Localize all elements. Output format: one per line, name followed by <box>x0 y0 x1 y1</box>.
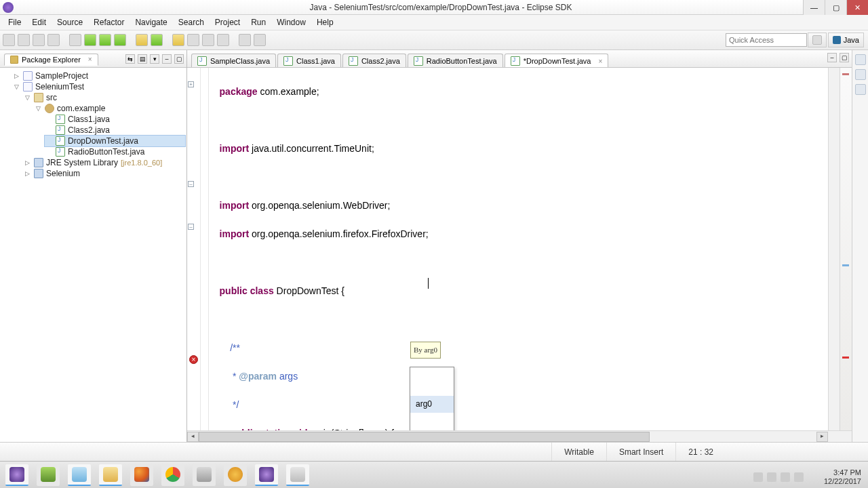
java-file-icon <box>56 115 65 124</box>
code-tok: import <box>220 228 250 239</box>
taskbar-chrome[interactable] <box>161 464 184 486</box>
taskbar-eclipse-2[interactable] <box>255 464 278 486</box>
system-tray[interactable] <box>753 472 804 482</box>
menu-window[interactable]: Window <box>271 18 311 27</box>
editor-tab-class2[interactable]: Class2.java <box>342 54 406 68</box>
taskbar-recorder[interactable] <box>286 464 309 486</box>
folding-gutter[interactable]: + – – <box>201 68 209 430</box>
taskbar-notepad[interactable] <box>68 464 91 486</box>
overview-error-marker[interactable] <box>842 73 849 75</box>
taskbar-eclipse[interactable] <box>5 464 28 486</box>
quick-access-input[interactable] <box>726 33 807 47</box>
java-perspective-button[interactable]: Java <box>828 33 864 47</box>
menu-navigate[interactable]: Navigate <box>130 18 172 27</box>
taskbar-file-explorer[interactable] <box>99 464 122 486</box>
taskbar-firefox[interactable] <box>130 464 153 486</box>
tree-item-sampleproject[interactable]: ▷SampleProject <box>12 70 185 81</box>
view-close-icon[interactable]: × <box>88 56 92 63</box>
new-button[interactable] <box>3 34 15 46</box>
toggle-block-button[interactable] <box>217 34 229 46</box>
tree-item-radiobuttontest[interactable]: RadioButtonTest.java <box>45 146 185 157</box>
menu-project[interactable]: Project <box>210 18 245 27</box>
fold-toggle-icon[interactable]: – <box>188 224 194 230</box>
scroll-thumb[interactable] <box>199 432 650 442</box>
content-assist-popup[interactable]: arg0 null <box>410 367 454 430</box>
tray-battery-icon[interactable] <box>767 472 776 482</box>
toggle-mark-button[interactable] <box>202 34 214 46</box>
print-button[interactable] <box>47 34 60 46</box>
menu-run[interactable]: Run <box>245 18 271 27</box>
nav-back-button[interactable] <box>239 34 251 46</box>
save-all-button[interactable] <box>33 34 45 46</box>
open-type-button[interactable] <box>172 34 184 46</box>
tray-volume-icon[interactable] <box>794 472 804 482</box>
open-perspective-button[interactable] <box>808 33 827 47</box>
code-editor[interactable]: package com.example; import java.util.co… <box>209 68 828 430</box>
taskbar-media[interactable] <box>224 464 247 486</box>
fold-toggle-icon[interactable]: + <box>188 81 194 87</box>
new-class-button[interactable] <box>151 34 163 46</box>
editor-tab-dropdowntest[interactable]: *DropDownTest.java× <box>505 54 609 68</box>
overview-ruler[interactable] <box>840 68 852 430</box>
tree-item-dropdowntest[interactable]: DropDownTest.java <box>45 136 185 146</box>
editor-minimize-button[interactable]: – <box>827 53 837 62</box>
nav-fwd-button[interactable] <box>254 34 266 46</box>
tree-item-src[interactable]: ▽src <box>23 92 185 103</box>
tree-item-class1[interactable]: Class1.java <box>45 114 185 125</box>
run-last-button[interactable] <box>99 34 111 46</box>
fold-toggle-icon[interactable]: – <box>188 181 194 187</box>
assist-item-arg0[interactable]: arg0 <box>410 396 454 413</box>
problems-view-button[interactable] <box>855 84 866 95</box>
source-folder-icon <box>34 93 43 102</box>
tray-up-icon[interactable] <box>753 472 763 482</box>
tray-network-icon[interactable] <box>781 472 790 482</box>
maximize-button[interactable]: ▢ <box>825 0 846 15</box>
tree-label: src <box>46 93 57 102</box>
task-list-button[interactable] <box>855 69 866 80</box>
link-editor-button[interactable]: ▤ <box>138 54 147 64</box>
scroll-left-button[interactable]: ◂ <box>187 432 199 442</box>
tree-item-seleniumtest[interactable]: ▽SeleniumTest <box>12 81 185 92</box>
taskbar-android-studio[interactable] <box>37 464 60 486</box>
tab-close-icon[interactable]: × <box>598 58 602 65</box>
tree-item-selenium[interactable]: ▷Selenium <box>23 168 185 179</box>
search-button[interactable] <box>187 34 199 46</box>
taskbar-settings[interactable] <box>193 464 216 486</box>
close-button[interactable]: ✕ <box>846 0 868 15</box>
error-marker-icon[interactable]: × <box>189 355 198 364</box>
tree-item-class2[interactable]: Class2.java <box>45 125 185 136</box>
coverage-button[interactable] <box>114 34 126 46</box>
menu-refactor[interactable]: Refactor <box>88 18 130 27</box>
scroll-right-button[interactable]: ▸ <box>816 432 828 442</box>
menu-help[interactable]: Help <box>311 18 339 27</box>
tree-item-package[interactable]: ▽com.example <box>34 103 185 114</box>
package-explorer-tree[interactable]: ▷SampleProject ▽SeleniumTest ▽src ▽com.e… <box>0 68 186 442</box>
debug-button[interactable] <box>69 34 81 46</box>
package-explorer-tab[interactable]: Package Explorer × <box>4 54 98 66</box>
taskbar-clock[interactable]: 3:47 PM 12/22/2017 <box>824 468 861 486</box>
menu-source[interactable]: Source <box>52 18 88 27</box>
horizontal-scrollbar[interactable]: ◂ ▸ <box>187 430 852 442</box>
run-button[interactable] <box>84 34 96 46</box>
minimize-button[interactable]: — <box>803 0 825 15</box>
collapse-all-button[interactable]: ⇆ <box>125 54 135 64</box>
vertical-scrollbar[interactable] <box>828 68 840 430</box>
editor-tab-radiobutton[interactable]: RadioButtonTest.java <box>408 54 503 68</box>
view-minimize-button[interactable]: – <box>162 54 172 64</box>
tree-item-jre[interactable]: ▷JRE System Library [jre1.8.0_60] <box>23 157 185 168</box>
save-button[interactable] <box>18 34 30 46</box>
menu-edit[interactable]: Edit <box>26 18 52 27</box>
view-maximize-button[interactable]: ▢ <box>174 54 184 64</box>
menu-search[interactable]: Search <box>173 18 210 27</box>
editor-tab-sampleclass[interactable]: SampleClass.java <box>191 54 276 68</box>
new-package-button[interactable] <box>136 34 148 46</box>
editor-maximize-button[interactable]: ▢ <box>840 53 849 62</box>
menu-file[interactable]: File <box>3 18 26 27</box>
editor-tab-class1[interactable]: Class1.java <box>277 54 341 68</box>
outline-view-button[interactable] <box>855 54 866 65</box>
marker-gutter[interactable]: × <box>187 68 201 430</box>
overview-task-marker[interactable] <box>842 264 849 266</box>
view-menu-button[interactable]: ▾ <box>150 54 159 64</box>
overview-error-marker[interactable] <box>842 357 849 359</box>
tab-label: Class2.java <box>361 57 400 65</box>
